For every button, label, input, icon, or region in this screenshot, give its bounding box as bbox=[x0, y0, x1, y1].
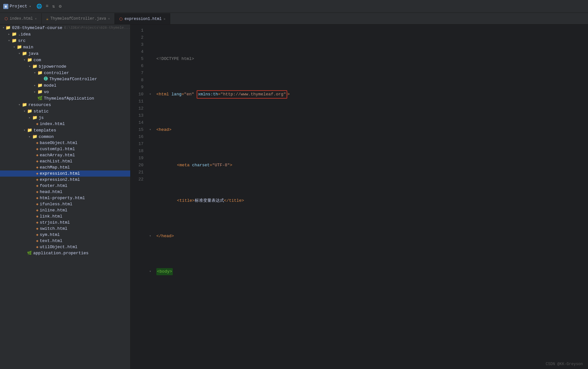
align-icon[interactable]: ≡ bbox=[46, 4, 48, 9]
model-folder-icon: 📁 bbox=[37, 83, 43, 88]
expression1-icon: ◈ bbox=[36, 171, 38, 176]
head-icon: ◈ bbox=[36, 189, 38, 194]
line-num-19: 19 bbox=[136, 155, 143, 162]
controller-folder-icon: 📁 bbox=[37, 70, 43, 75]
tab-expression1-html[interactable]: ⬡ expression1.html ✕ bbox=[115, 13, 170, 24]
project-dropdown-icon[interactable]: ▾ bbox=[29, 5, 31, 8]
code-editor[interactable]: 1 2 3 4 5 6 7 8 9 10 11 12 13 14 15 16 1… bbox=[131, 24, 588, 369]
tab-index-html[interactable]: ⬡ index.html ✕ bbox=[0, 13, 42, 24]
tree-switch[interactable]: ◈ switch.html bbox=[0, 226, 130, 232]
line-num-16: 16 bbox=[136, 133, 143, 141]
fold-icon-3[interactable]: ▾ bbox=[149, 126, 151, 133]
tree-text[interactable]: ◈ text.html bbox=[0, 238, 130, 244]
tree-expression2[interactable]: ◈ expression2.html bbox=[0, 177, 130, 183]
tree-thymeleaf-controller[interactable]: 🅒 ThymeleafController bbox=[0, 76, 130, 82]
fold-icon-6[interactable]: ▾ bbox=[149, 233, 151, 240]
fold-icon-2[interactable]: ▾ bbox=[149, 91, 151, 98]
root-path: E:\IDEA\Projects\028-thymele... bbox=[64, 26, 130, 30]
tree-idea[interactable]: 📁 .idea bbox=[0, 31, 130, 37]
tree-common[interactable]: 📁 common bbox=[0, 133, 130, 140]
code-content[interactable]: <!DOCTYPE html> ▾ <html lang="en" xmlns:… bbox=[146, 24, 588, 369]
templates-arrow bbox=[22, 128, 27, 132]
common-folder-icon: 📁 bbox=[32, 134, 37, 139]
tree-resources[interactable]: 📁 resources bbox=[0, 102, 130, 108]
tree-customtpl[interactable]: ◈ customtpl.html bbox=[0, 146, 130, 152]
customtpl-icon: ◈ bbox=[36, 147, 38, 151]
tree-com[interactable]: 📁 com bbox=[0, 57, 130, 63]
tree-eachlist[interactable]: ◈ eachList.html bbox=[0, 158, 130, 164]
tab-controller-java[interactable]: ☕ ThymeleafController.java ✕ bbox=[42, 13, 115, 24]
tree-head[interactable]: ◈ head.html bbox=[0, 189, 130, 195]
tree-inline[interactable]: ◈ inline.html bbox=[0, 207, 130, 213]
footer-label: footer.html bbox=[40, 183, 67, 188]
line-num-6: 6 bbox=[136, 63, 143, 70]
tree-sym[interactable]: ◈ sym.html bbox=[0, 232, 130, 238]
line-num-1: 1 bbox=[136, 27, 143, 34]
tree-app-props[interactable]: 🌿 application.properties bbox=[0, 250, 130, 256]
tree-utilobject[interactable]: ◈ utilObject.html bbox=[0, 244, 130, 250]
tab-bar: ⬡ index.html ✕ ☕ ThymeleafController.jav… bbox=[0, 13, 588, 24]
tree-link[interactable]: ◈ link.html bbox=[0, 213, 130, 219]
static-arrow bbox=[22, 109, 27, 113]
html-file-icon: ⬡ bbox=[5, 16, 8, 21]
tab-controller-label: ThymeleafController.java bbox=[50, 16, 106, 21]
tree-templates[interactable]: 📁 templates bbox=[0, 127, 130, 133]
inline-label: inline.html bbox=[40, 208, 67, 213]
link-icon: ◈ bbox=[36, 214, 38, 219]
fold-icon-7[interactable]: ▾ bbox=[149, 268, 151, 275]
tab-controller-close[interactable]: ✕ bbox=[108, 17, 110, 21]
tree-eacharray[interactable]: ◈ eachArray.html bbox=[0, 152, 130, 158]
doctype-text: <!DOCTYPE html> bbox=[156, 55, 194, 63]
ifunless-icon: ◈ bbox=[36, 202, 38, 207]
utilobject-label: utilObject.html bbox=[40, 245, 77, 249]
tree-index-html[interactable]: ◈ index.html bbox=[0, 121, 130, 127]
tab-index-close[interactable]: ✕ bbox=[35, 17, 37, 21]
controller-file-icon: 🅒 bbox=[44, 77, 48, 82]
project-sidebar: 📁 028-thymeleaf-course E:\IDEA\Projects\… bbox=[0, 24, 131, 369]
code-line-5: <title>标准变量表达式</title> bbox=[149, 197, 588, 204]
root-arrow bbox=[1, 26, 5, 30]
html-property-icon: ◈ bbox=[36, 196, 38, 200]
tree-eachmap[interactable]: ◈ eachMap.html bbox=[0, 164, 130, 170]
resources-folder-icon: 📁 bbox=[22, 102, 27, 107]
eachmap-icon: ◈ bbox=[36, 165, 38, 170]
tree-ifunless[interactable]: ◈ ifunless.html bbox=[0, 201, 130, 207]
tree-baseobject[interactable]: ◈ baseObject.html bbox=[0, 140, 130, 146]
tree-html-property[interactable]: ◈ html-property.html bbox=[0, 195, 130, 201]
tree-strjoin[interactable]: ◈ strjoin.html bbox=[0, 219, 130, 226]
tree-expression1[interactable]: ◈ expression1.html bbox=[0, 170, 130, 177]
main-folder-icon: 📁 bbox=[17, 44, 22, 50]
globe-icon[interactable]: 🌐 bbox=[36, 4, 42, 9]
line-num-12: 12 bbox=[136, 105, 143, 112]
main-layout: 📁 028-thymeleaf-course E:\IDEA\Projects\… bbox=[0, 24, 588, 369]
tree-root[interactable]: 📁 028-thymeleaf-course E:\IDEA\Projects\… bbox=[0, 24, 130, 31]
tree-static[interactable]: 📁 static bbox=[0, 108, 130, 114]
line-num-22: 22 bbox=[136, 176, 143, 183]
tree-main[interactable]: 📁 main bbox=[0, 44, 130, 50]
tree-vo[interactable]: 📁 vo bbox=[0, 89, 130, 95]
tree-thymeleaf-app[interactable]: 🌿 ThymeleafApplication bbox=[0, 95, 130, 102]
tree-bjpowernode[interactable]: 📁 bjpowernode bbox=[0, 63, 130, 70]
tree-controller[interactable]: 📁 controller bbox=[0, 70, 130, 76]
tree-footer[interactable]: ◈ footer.html bbox=[0, 183, 130, 189]
line-num-17: 17 bbox=[136, 141, 143, 148]
expression2-label: expression2.html bbox=[40, 177, 80, 182]
tab-expression1-close[interactable]: ✕ bbox=[163, 17, 165, 21]
filter-icon[interactable]: ⇅ bbox=[52, 4, 55, 9]
strjoin-icon: ◈ bbox=[36, 220, 38, 225]
controller-arrow bbox=[32, 71, 37, 75]
eacharray-label: eachArray.html bbox=[40, 153, 75, 158]
tree-java[interactable]: 📁 java bbox=[0, 50, 130, 57]
code-line-7: ▾ <body> bbox=[149, 268, 588, 275]
tree-js[interactable]: 📁 js bbox=[0, 114, 130, 121]
project-title[interactable]: ▦ Project ▾ bbox=[3, 4, 31, 9]
vo-arrow bbox=[32, 90, 37, 94]
text-label: text.html bbox=[40, 238, 62, 243]
gear-icon[interactable]: ⚙ bbox=[59, 4, 61, 9]
tab-index-label: index.html bbox=[10, 16, 33, 21]
head-label: head.html bbox=[40, 189, 62, 194]
line-numbers: 1 2 3 4 5 6 7 8 9 10 11 12 13 14 15 16 1… bbox=[131, 24, 146, 369]
tree-model[interactable]: 📁 model bbox=[0, 82, 130, 89]
bjpowernode-folder-icon: 📁 bbox=[32, 64, 37, 69]
tree-src[interactable]: 📁 src bbox=[0, 37, 130, 44]
